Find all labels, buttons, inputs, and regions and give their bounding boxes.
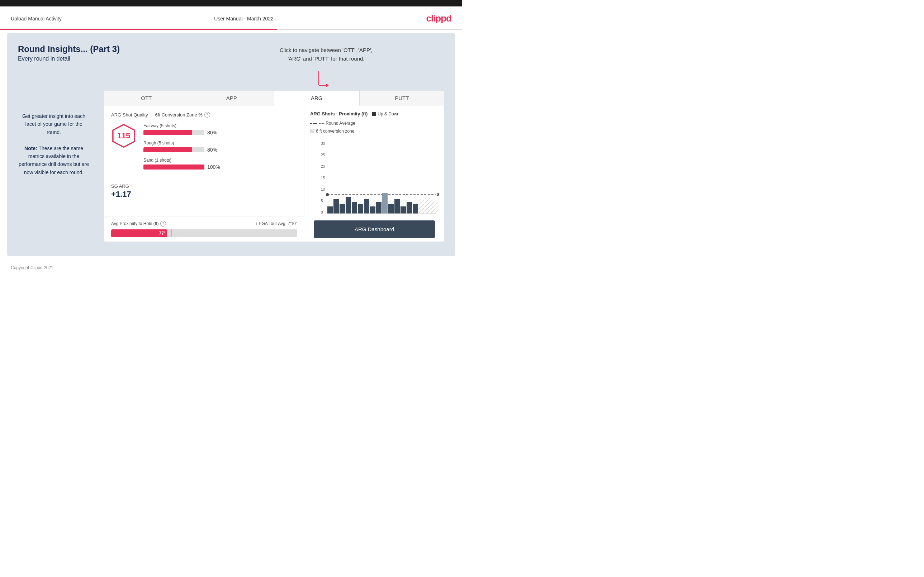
shot-row-sand: Sand (1 shots) 100% (144, 158, 297, 170)
bar-fill-rough (144, 147, 192, 152)
bar-pct-rough: 80% (207, 147, 217, 153)
conversion-label: 6ft Conversion Zone % ? (155, 112, 210, 118)
arg-dashboard-button[interactable]: ARG Dashboard (314, 221, 435, 238)
svg-rect-30 (431, 202, 434, 214)
svg-text:30: 30 (321, 142, 325, 145)
hexagon-value: 115 (117, 131, 131, 140)
svg-rect-22 (382, 193, 388, 214)
svg-rect-24 (394, 199, 400, 214)
proximity-bar-track: 77' (111, 229, 297, 237)
bar-track-rough (144, 147, 204, 152)
legend-6ft: 6 ft conversion zone (310, 129, 438, 134)
hexagon: 115 (111, 123, 136, 148)
sg-label: SG ARG (111, 184, 297, 189)
bar-track-sand (144, 164, 204, 169)
proximity-cursor (171, 229, 171, 237)
legend-updown: Up & Down (372, 111, 399, 116)
svg-rect-26 (407, 202, 412, 214)
legend-hatched (310, 129, 315, 133)
metrics-panel: ARG Shot Quality 6ft Conversion Zone % ? (104, 106, 304, 216)
arrow-container (18, 69, 444, 91)
legend-dashed (310, 123, 317, 124)
clippd-logo: clippd (426, 13, 451, 24)
svg-rect-13 (327, 206, 333, 214)
upload-label: Upload Manual Activity (11, 16, 62, 21)
svg-text:10: 10 (321, 187, 325, 191)
tab-ott[interactable]: OTT (104, 91, 189, 106)
svg-rect-14 (333, 199, 339, 214)
main-relative: Round Insights... (Part 3) Every round i… (18, 44, 444, 242)
proximity-section: Avg Proximity to Hole (ft) ? ↑ PGA Tour … (104, 216, 304, 242)
header: Upload Manual Activity User Manual - Mar… (0, 6, 462, 29)
svg-text:8: 8 (437, 192, 439, 197)
proximity-bar-fill: 77' (111, 229, 167, 237)
svg-text:5: 5 (321, 199, 323, 203)
annotation-text: Click to navigate between 'OTT', 'APP', … (279, 46, 373, 63)
title-block: Round Insights... (Part 3) Every round i… (18, 44, 120, 69)
shot-quality-bars: Fairway (5 shots) 80% (144, 123, 297, 175)
shot-row-fairway: Fairway (5 shots) 80% (144, 123, 297, 135)
svg-marker-2 (326, 84, 329, 87)
svg-rect-19 (364, 199, 369, 214)
sg-section: SG ARG +1.17 (111, 184, 297, 199)
metrics-header: ARG Shot Quality 6ft Conversion Zone % ? (111, 112, 297, 118)
main-content: Round Insights... (Part 3) Every round i… (7, 33, 455, 256)
svg-rect-15 (339, 204, 345, 214)
svg-rect-16 (346, 197, 351, 214)
tab-arg[interactable]: ARG (274, 91, 360, 106)
page-title: Round Insights... (Part 3) (18, 44, 120, 54)
chart-title: ARG Shots - Proximity (ft) (310, 111, 368, 116)
footer: Copyright Clippd 2021 (0, 259, 462, 276)
svg-text:20: 20 (321, 164, 325, 168)
annotation-arrow (312, 69, 333, 91)
copyright: Copyright Clippd 2021 (11, 265, 53, 270)
tab-bar: OTT APP ARG PUTT (104, 91, 444, 106)
left-panel: Get greater insight into each facet of y… (18, 91, 97, 242)
tab-app[interactable]: APP (189, 91, 275, 106)
chart-header: ARG Shots - Proximity (ft) Up & Down ---… (310, 111, 438, 126)
chart-area: 0 5 10 15 20 25 30 (310, 137, 438, 217)
left-description: Get greater insight into each facet of y… (18, 112, 90, 176)
svg-rect-27 (413, 204, 418, 214)
proximity-label: Avg Proximity to Hole (ft) (111, 221, 158, 226)
tab-putt[interactable]: PUTT (360, 91, 444, 106)
bar-fill-sand (144, 164, 204, 169)
bar-fill-fairway (144, 130, 192, 135)
legend-roundavg: ---- Round Average (310, 121, 355, 126)
svg-rect-17 (352, 202, 357, 214)
svg-rect-28 (419, 199, 424, 214)
svg-rect-25 (401, 206, 406, 214)
chart-panel: ARG Shots - Proximity (ft) Up & Down ---… (304, 106, 444, 242)
proximity-header: Avg Proximity to Hole (ft) ? ↑ PGA Tour … (111, 221, 297, 227)
proximity-help-icon[interactable]: ? (160, 221, 166, 227)
top-bar (0, 0, 462, 6)
sg-value: +1.17 (111, 190, 297, 199)
right-panel: OTT APP ARG PUTT ARG Shot Quality (104, 91, 444, 242)
svg-rect-20 (370, 206, 375, 214)
svg-rect-23 (388, 204, 394, 214)
dashboard-body: ARG Shot Quality 6ft Conversion Zone % ? (104, 106, 444, 242)
bar-pct-sand: 100% (207, 164, 220, 170)
pga-avg: ↑ PGA Tour Avg: 7'10" (255, 221, 297, 226)
content-layout: Get greater insight into each facet of y… (18, 91, 444, 242)
svg-rect-29 (425, 197, 430, 214)
shot-row-rough: Rough (5 shots) 80% (144, 140, 297, 153)
proximity-chart: 0 5 10 15 20 25 30 (321, 140, 443, 215)
help-icon[interactable]: ? (204, 112, 210, 118)
proximity-bar-value: 77' (159, 231, 165, 236)
hexagon-container: 115 (111, 123, 136, 148)
dashboard-card: OTT APP ARG PUTT ARG Shot Quality (104, 91, 444, 242)
svg-text:25: 25 (321, 153, 325, 157)
header-divider (0, 29, 462, 30)
svg-text:0: 0 (321, 210, 323, 214)
legend-square-updown (372, 112, 376, 116)
svg-rect-18 (358, 204, 363, 214)
bar-pct-fairway: 80% (207, 130, 217, 135)
bar-track-fairway (144, 130, 204, 135)
svg-rect-21 (376, 202, 381, 214)
doc-title: User Manual - March 2022 (214, 16, 274, 21)
arg-shot-quality-label: ARG Shot Quality (111, 112, 148, 118)
hexagon-row: 115 Fairway (5 shots) (111, 123, 297, 175)
svg-text:15: 15 (321, 176, 325, 180)
metrics-left: ARG Shot Quality 6ft Conversion Zone % ? (104, 106, 304, 242)
